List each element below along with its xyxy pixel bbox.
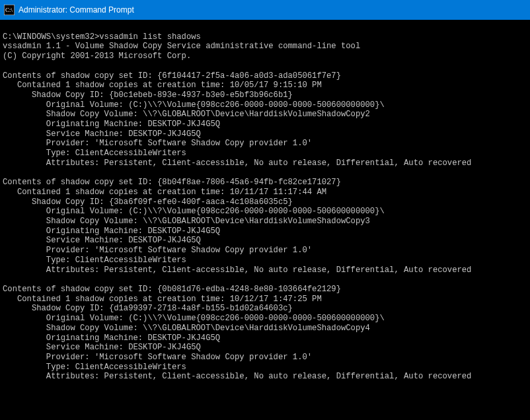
cmd-icon: C:\ (4, 5, 15, 15)
svg-text:C:\: C:\ (5, 7, 13, 13)
terminal-output[interactable]: C:\WINDOWS\system32>vssadmin list shadow… (0, 20, 530, 420)
window-titlebar[interactable]: C:\ Administrator: Command Prompt (0, 0, 530, 20)
window-title: Administrator: Command Prompt (19, 5, 134, 15)
